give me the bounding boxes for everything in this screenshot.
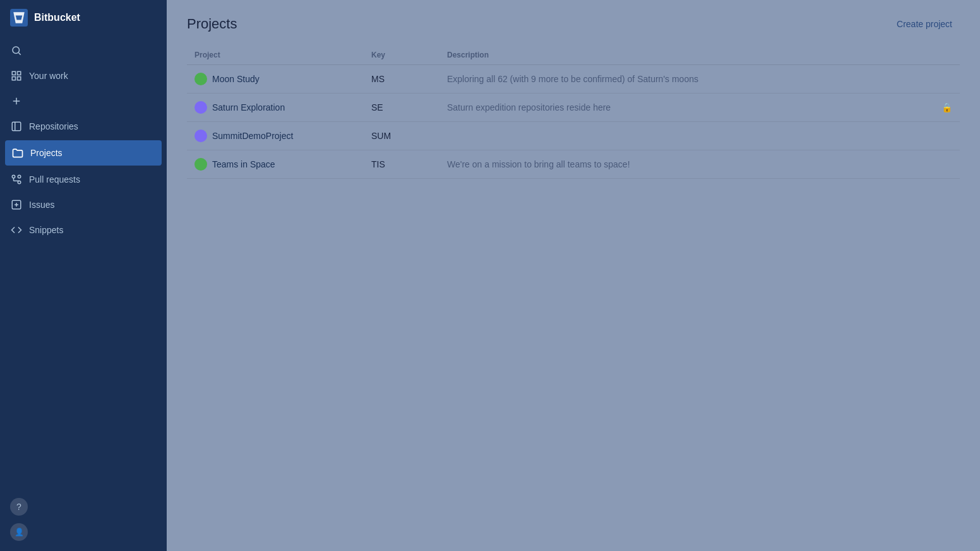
project-name-cell-0: Moon Study [187,65,364,94]
sidebar-item-snippets-label: Snippets [29,225,63,235]
help-button[interactable]: ? [10,498,28,516]
project-name: SummitDemoProject [212,131,293,141]
project-key: MS [364,65,439,94]
lock-icon: 🔒 [941,102,952,112]
project-description [439,122,960,150]
project-key: TIS [364,150,439,179]
svg-rect-3 [12,71,15,75]
sidebar-item-search[interactable] [0,38,167,63]
sidebar-nav: Your work Repositories [0,35,167,488]
table-row[interactable]: Saturn ExplorationSESaturn expedition re… [187,94,960,122]
sidebar-item-pull-requests[interactable]: Pull requests [0,167,167,192]
search-icon [10,44,23,57]
svg-point-11 [12,175,15,178]
sidebar-item-pull-requests-label: Pull requests [29,174,80,185]
sidebar: Bitbucket Your work [0,0,167,551]
project-description: We're on a mission to bring all teams to… [439,150,960,179]
sidebar-item-your-work-label: Your work [29,71,68,81]
svg-rect-9 [12,122,21,131]
repo-icon [10,120,23,133]
svg-rect-4 [18,71,21,75]
table-header: Project Key Description [187,45,960,65]
table-row[interactable]: Teams in SpaceTISWe're on a mission to b… [187,150,960,179]
table-header-row: Project Key Description [187,45,960,65]
table-row[interactable]: SummitDemoProjectSUM [187,122,960,150]
page-title: Projects [187,16,237,32]
sidebar-item-repositories[interactable]: Repositories [0,114,167,139]
svg-rect-6 [18,77,21,80]
sidebar-item-repositories-label: Repositories [29,121,78,131]
sidebar-bottom: ? 👤 [0,488,167,551]
sidebar-item-create[interactable] [0,88,167,114]
sidebar-item-projects[interactable]: Projects [5,140,162,166]
project-name: Saturn Exploration [212,102,285,112]
snippets-icon [10,224,23,236]
page-header: Projects Create project [187,15,960,33]
sidebar-header: Bitbucket [0,0,167,35]
project-description: Exploring all 62 (with 9 more to be conf… [439,65,960,94]
project-avatar [194,101,207,114]
pull-request-icon [10,173,23,186]
col-project-header: Project [187,45,364,65]
project-name-cell-1: Saturn Exploration [187,94,364,122]
folder-icon [11,147,24,159]
help-icon: ? [16,502,21,512]
bitbucket-logo-icon [10,9,28,27]
create-icon [10,95,23,107]
your-work-icon [10,70,23,82]
project-avatar [194,73,207,85]
sidebar-item-issues[interactable]: Issues [0,192,167,217]
sidebar-item-snippets[interactable]: Snippets [0,217,167,243]
col-description-header: Description [439,45,960,65]
svg-rect-0 [10,9,28,27]
svg-rect-5 [12,77,15,80]
svg-point-1 [13,47,20,54]
issues-icon [10,198,23,211]
project-name-cell-2: SummitDemoProject [187,122,364,150]
main-content: Projects Create project Project Key Desc… [167,0,980,551]
user-avatar[interactable]: 👤 [10,523,28,541]
project-avatar [194,130,207,142]
project-avatar [194,158,207,171]
sidebar-item-issues-label: Issues [29,200,54,210]
project-key: SE [364,94,439,122]
project-name-cell-3: Teams in Space [187,150,364,179]
app-name: Bitbucket [34,12,80,23]
projects-table: Project Key Description Moon StudyMSExpl… [187,45,960,179]
table-body: Moon StudyMSExploring all 62 (with 9 mor… [187,65,960,179]
project-name: Teams in Space [212,159,275,169]
svg-line-2 [18,52,20,54]
create-project-button[interactable]: Create project [889,15,960,33]
project-key: SUM [364,122,439,150]
project-description: Saturn expedition repositories reside he… [439,94,960,122]
svg-point-13 [18,175,21,178]
sidebar-item-your-work[interactable]: Your work [0,63,167,88]
sidebar-item-projects-label: Projects [30,148,63,158]
project-name: Moon Study [212,74,260,84]
col-key-header: Key [364,45,439,65]
avatar-icon: 👤 [15,528,24,536]
table-row[interactable]: Moon StudyMSExploring all 62 (with 9 mor… [187,65,960,94]
